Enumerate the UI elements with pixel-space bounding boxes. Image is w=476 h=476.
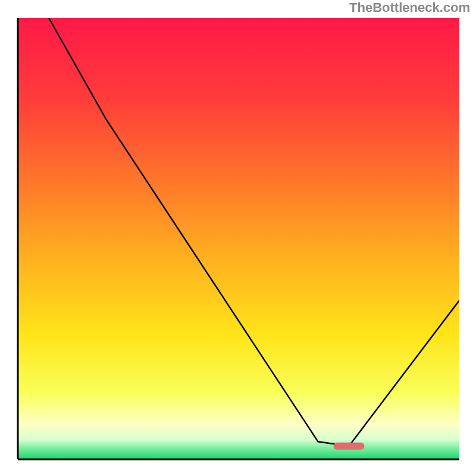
watermark-text: TheBottleneck.com <box>349 0 470 15</box>
chart-stage: TheBottleneck.com <box>0 0 476 476</box>
chart-canvas <box>0 0 476 476</box>
gradient-background <box>18 18 459 459</box>
optimal-marker <box>334 443 365 450</box>
